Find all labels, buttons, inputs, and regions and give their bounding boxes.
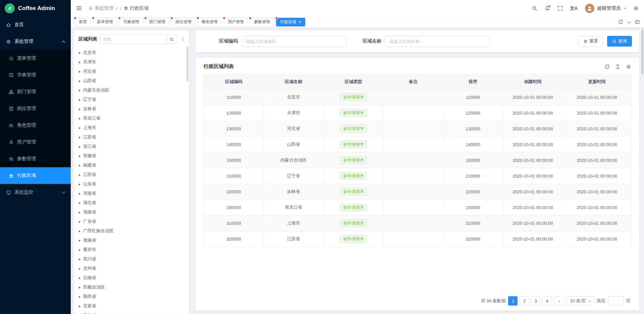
collapse-sidebar-button[interactable] [76, 5, 82, 11]
tree-node[interactable]: 北京市 [74, 48, 189, 57]
caret-right-icon[interactable] [79, 192, 81, 195]
table-row[interactable]: 230000 黑龙江省 省市/直辖市 230000 2020-10-01 00:… [204, 200, 631, 215]
tree-node[interactable]: 青海省 [74, 311, 189, 314]
caret-right-icon[interactable] [79, 70, 81, 73]
caret-right-icon[interactable] [79, 51, 81, 55]
sidebar-item-region[interactable]: 行政区域 [0, 167, 71, 184]
caret-right-icon[interactable] [79, 145, 81, 148]
tab[interactable]: 角色管理 [198, 18, 222, 26]
tree-node[interactable]: 广东省 [74, 217, 189, 226]
caret-right-icon[interactable] [79, 154, 81, 158]
tab-actions-dropdown[interactable] [628, 21, 630, 23]
caret-right-icon[interactable] [79, 239, 81, 242]
tree-node[interactable]: 天津市 [74, 57, 189, 67]
query-button[interactable]: 查询 [607, 36, 632, 47]
page-button[interactable]: 3 [531, 296, 540, 306]
layout-toggle-button[interactable] [635, 19, 640, 24]
tab[interactable]: 字典管理 [119, 18, 143, 26]
table-row[interactable]: 310000 上海市 省市/直辖市 310000 2020-10-01 00:0… [204, 215, 631, 231]
sidebar-item-post-mgmt[interactable]: 岗位管理 [0, 100, 71, 117]
caret-right-icon[interactable] [79, 117, 81, 120]
caret-right-icon[interactable] [79, 257, 81, 261]
sidebar-item-monitor[interactable]: 系统监控 [0, 184, 71, 201]
page-scrollbar[interactable] [641, 29, 643, 74]
fullscreen-button[interactable] [557, 6, 563, 11]
region-name-input[interactable] [385, 36, 490, 47]
table-row[interactable]: 320000 江苏省 省市/直辖市 320000 2020-10-01 00:0… [204, 231, 631, 247]
notifications-button[interactable] [545, 6, 550, 11]
tree-scrollbar[interactable] [186, 47, 189, 82]
sidebar-item-dict-mgmt[interactable]: 字典管理 [0, 67, 71, 83]
table-row[interactable]: 150000 内蒙古自治区 省市/直辖市 150000 2020-10-01 0… [204, 152, 631, 168]
caret-right-icon[interactable] [79, 79, 81, 83]
caret-right-icon[interactable] [79, 107, 81, 111]
region-code-input[interactable] [242, 36, 346, 47]
column-settings-button[interactable] [615, 64, 621, 69]
tab[interactable]: 用户管理 [224, 18, 248, 26]
tab[interactable]: 部门管理 [145, 18, 169, 26]
tree-node[interactable]: 安徽省 [74, 151, 189, 161]
tree-node[interactable]: 海南省 [74, 236, 189, 245]
table-row[interactable]: 120000 天津市 省市/直辖市 120000 2020-10-01 00:0… [204, 105, 631, 121]
translate-button[interactable]: 文A [570, 5, 578, 11]
caret-right-icon[interactable] [79, 295, 81, 299]
page-button[interactable]: 1 [508, 296, 518, 306]
sidebar-item-home[interactable]: 首页 [0, 16, 71, 33]
tree-more-button[interactable] [180, 37, 186, 42]
tab[interactable]: 菜单管理 [93, 18, 117, 26]
caret-right-icon[interactable] [79, 304, 81, 308]
reset-button[interactable]: 重置 [578, 36, 603, 47]
caret-right-icon[interactable] [79, 126, 81, 130]
table-row[interactable]: 110000 北京市 省市/直辖市 110000 2020-10-01 00:0… [204, 89, 631, 105]
sidebar-item-dept-mgmt[interactable]: 部门管理 [0, 83, 71, 100]
tree-node[interactable]: 云南省 [74, 273, 189, 282]
tree-node[interactable]: 福建省 [74, 161, 189, 170]
tree-node[interactable]: 上海市 [74, 123, 189, 132]
caret-right-icon[interactable] [79, 60, 81, 64]
settings-button[interactable] [633, 6, 639, 11]
table-row[interactable]: 140000 山西省 省市/直辖市 140000 2020-10-01 00:0… [204, 137, 631, 152]
tree-search-input[interactable] [100, 35, 167, 44]
refresh-tabs-button[interactable] [618, 19, 623, 24]
tree-node[interactable]: 广西壮族自治区 [74, 226, 189, 236]
table-row[interactable]: 210000 辽宁省 省市/直辖市 210000 2020-10-01 00:0… [204, 168, 631, 184]
tree-node[interactable]: 重庆市 [74, 245, 189, 254]
user-menu[interactable]: 超级管理员 [585, 4, 626, 13]
tree-node[interactable]: 江苏省 [74, 132, 189, 142]
tree-node[interactable]: 黑龙江省 [74, 114, 189, 123]
tree-node[interactable]: 甘肃省 [74, 301, 189, 311]
caret-right-icon[interactable] [79, 210, 81, 214]
tree-node[interactable]: 内蒙古自治区 [74, 85, 189, 95]
tree-node[interactable]: 西藏自治区 [74, 282, 189, 292]
table-config-button[interactable] [626, 64, 631, 69]
tree-node[interactable]: 贵州省 [74, 264, 189, 273]
breadcrumb-item-system[interactable]: 系统管理 [89, 5, 118, 11]
tree-node[interactable]: 湖北省 [74, 198, 189, 207]
tree-node[interactable]: 河南省 [74, 189, 189, 198]
caret-right-icon[interactable] [79, 286, 81, 289]
close-icon[interactable]: × [299, 20, 301, 24]
sidebar-item-system[interactable]: 系统管理 [0, 33, 71, 50]
tab[interactable]: 行政区域 × [276, 18, 305, 26]
table-row[interactable]: 220000 吉林省 省市/直辖市 220000 2020-10-01 00:0… [204, 184, 631, 200]
search-button[interactable] [532, 6, 537, 11]
caret-right-icon[interactable] [79, 276, 81, 280]
caret-right-icon[interactable] [79, 98, 81, 102]
tree-node[interactable]: 江西省 [74, 170, 189, 179]
jump-page-input[interactable] [608, 296, 624, 306]
tree-node[interactable]: 辽宁省 [74, 95, 189, 104]
tree-node[interactable]: 湖南省 [74, 207, 189, 217]
tree-search-button[interactable] [167, 35, 177, 44]
sidebar-item-user-mgmt[interactable]: 用户管理 [0, 134, 71, 150]
caret-right-icon[interactable] [79, 229, 81, 233]
tree-node[interactable]: 陕西省 [74, 292, 189, 301]
tree-node[interactable]: 山西省 [74, 76, 189, 85]
caret-right-icon[interactable] [79, 88, 81, 92]
caret-right-icon[interactable] [79, 182, 81, 186]
tab[interactable]: 参数管理 [250, 18, 274, 26]
tree-node[interactable]: 吉林省 [74, 104, 189, 114]
sidebar-item-menu-mgmt[interactable]: 菜单管理 [0, 50, 71, 67]
page-button[interactable]: 4 [542, 296, 552, 306]
tab[interactable]: 岗位管理 [171, 18, 196, 26]
caret-right-icon[interactable] [79, 267, 81, 270]
